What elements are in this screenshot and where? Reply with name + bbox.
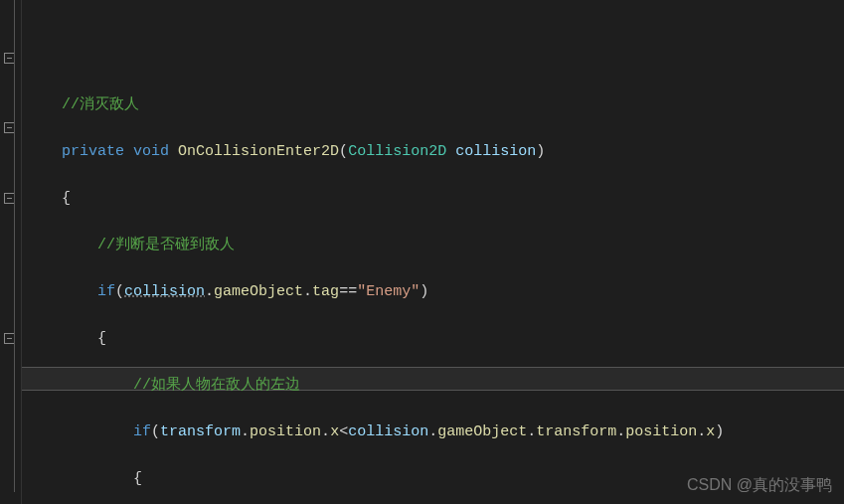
code-line: if(transform.position.x<collision.gameOb… — [26, 420, 844, 444]
code-line: //消灭敌人 — [26, 93, 844, 117]
code-line: //判断是否碰到敌人 — [26, 234, 844, 257]
code-line: { — [26, 187, 844, 211]
code-line: private void OnCollisionEnter2D(Collisio… — [26, 140, 844, 164]
bracket-guide — [14, 0, 15, 492]
code-line: //如果人物在敌人的左边 — [26, 374, 844, 398]
code-line: { — [26, 327, 844, 351]
watermark: CSDN @真的没事鸭 — [687, 473, 832, 497]
gutter — [0, 0, 22, 504]
code-line: if(collision.gameObject.tag=="Enemy") — [26, 280, 844, 304]
code-editor: //消灭敌人 private void OnCollisionEnter2D(C… — [0, 0, 844, 504]
code-area[interactable]: //消灭敌人 private void OnCollisionEnter2D(C… — [22, 0, 844, 504]
